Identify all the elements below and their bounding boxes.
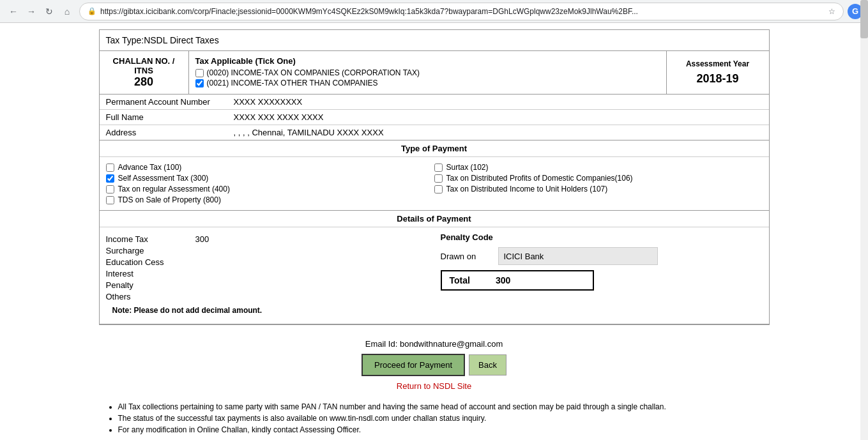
- assessment-year-label: Assessment Year: [672, 59, 764, 68]
- tax-option-2-checkbox[interactable]: [195, 79, 204, 87]
- payment-types-right: Surtax (102) Tax on Distributed Profits …: [434, 161, 763, 206]
- penalty-item: Penalty: [106, 280, 428, 290]
- details-of-payment-title: Details of Payment: [100, 211, 769, 227]
- payment-item-tds: TDS on Sale of Property (800): [106, 195, 434, 204]
- interest-item: Interest: [106, 269, 428, 278]
- email-row: Email Id: bondwithnature@gmail.com: [365, 339, 503, 349]
- page-content: Tax Type:NSDL Direct Taxes CHALLAN NO. /…: [0, 29, 868, 440]
- details-of-payment-section: Details of Payment Income Tax 300 Surcha…: [100, 211, 769, 324]
- payment-item-advance: Advance Tax (100): [106, 163, 434, 172]
- scrollbar[interactable]: [860, 0, 868, 440]
- drawn-on-row: Drawn on: [441, 247, 763, 265]
- tds-checkbox[interactable]: [106, 196, 114, 204]
- assessment-year-value: 2018-19: [672, 72, 764, 86]
- lock-icon: 🔒: [88, 7, 96, 15]
- surcharge-item: Surcharge: [106, 246, 428, 255]
- assessment-year-box: Assessment Year 2018-19: [667, 51, 769, 94]
- reload-button[interactable]: ↻: [41, 3, 57, 20]
- payment-details-body: Income Tax 300 Surcharge Education Cess …: [100, 227, 769, 324]
- form-footer: Email Id: bondwithnature@gmail.com Proce…: [13, 331, 855, 396]
- payment-item-self: Self Assessment Tax (300): [106, 174, 434, 183]
- others-item: Others: [106, 292, 428, 301]
- proceed-for-payment-button[interactable]: Proceed for Payment: [362, 354, 465, 376]
- type-of-payment-title: Type of Payment: [100, 140, 769, 157]
- tax-type-header: Tax Type:NSDL Direct Taxes: [100, 30, 769, 51]
- scrollbar-thumb[interactable]: [860, 0, 868, 38]
- tax-applicable-box: Tax Applicable (Tick One) (0020) INCOME-…: [189, 51, 667, 94]
- tax-option-1-row: (0020) INCOME-TAX ON COMPANIES (CORPORAT…: [195, 68, 660, 77]
- type-of-payment-section: Type of Payment Advance Tax (100) Self A…: [100, 140, 769, 211]
- address-bar[interactable]: 🔒 https://gibtax.icicibank.com/corp/Fina…: [79, 3, 844, 20]
- return-to-nsdl-link[interactable]: Return to NSDL Site: [397, 381, 471, 391]
- back-button[interactable]: Back: [469, 354, 506, 376]
- browser-chrome: ← → ↻ ⌂ 🔒 https://gibtax.icicibank.com/c…: [0, 0, 868, 23]
- payment-details-left: Income Tax 300 Surcharge Education Cess …: [106, 232, 428, 319]
- education-cess-item: Education Cess: [106, 257, 428, 267]
- info-bullets: All Tax collections pertaining to same p…: [99, 402, 770, 434]
- pan-row: Permanent Account Number XXXX XXXXXXXX: [100, 95, 769, 110]
- payment-item-distributed-profits: Tax on Distributed Profits of Domestic C…: [434, 174, 763, 183]
- total-box: Total 300: [441, 270, 594, 291]
- income-tax-row: Income Tax 300: [106, 234, 428, 244]
- penalty-code-row: Penalty Code: [441, 232, 763, 242]
- payment-item-distributed-income: Tax on Distributed Income to Unit Holder…: [434, 185, 763, 193]
- button-row: Proceed for Payment Back: [362, 354, 506, 376]
- back-nav-button[interactable]: ←: [5, 3, 22, 20]
- bullet-2: The status of the successful tax payment…: [118, 414, 763, 423]
- challan-header: CHALLAN NO. / ITNS 280 Tax Applicable (T…: [100, 51, 769, 95]
- tax-applicable-title: Tax Applicable (Tick One): [195, 56, 660, 66]
- payment-item-surtax: Surtax (102): [434, 163, 763, 172]
- forward-nav-button[interactable]: →: [23, 3, 40, 20]
- note-row: Note: Please do not add decimal amount.: [106, 303, 428, 319]
- regular-assessment-checkbox[interactable]: [106, 185, 114, 193]
- bookmark-icon: ☆: [828, 7, 835, 16]
- address-row: Address , , , , Chennai, TAMILNADU XXXX …: [100, 125, 769, 140]
- distributed-profits-checkbox[interactable]: [434, 174, 443, 183]
- payment-types-left: Advance Tax (100) Self Assessment Tax (3…: [106, 161, 434, 206]
- advance-tax-checkbox[interactable]: [106, 163, 114, 172]
- nav-buttons: ← → ↻ ⌂: [5, 3, 75, 20]
- tax-form: Tax Type:NSDL Direct Taxes CHALLAN NO. /…: [99, 29, 770, 325]
- bullet-3: For any modification in Online Challan, …: [118, 425, 763, 434]
- full-name-row: Full Name XXXX XXX XXXX XXXX: [100, 110, 769, 125]
- pan-section: Permanent Account Number XXXX XXXXXXXX F…: [100, 95, 769, 140]
- payment-details-right: Penalty Code Drawn on Total 300: [441, 232, 763, 319]
- tax-option-2-row: (0021) INCOME-TAX OTHER THAN COMPANIES: [195, 79, 660, 87]
- challan-no-box: CHALLAN NO. / ITNS 280: [100, 51, 189, 94]
- tax-option-1-checkbox[interactable]: [195, 69, 204, 77]
- distributed-income-checkbox[interactable]: [434, 185, 443, 193]
- drawn-on-input[interactable]: [498, 247, 658, 265]
- home-button[interactable]: ⌂: [59, 3, 75, 20]
- bullet-1: All Tax collections pertaining to same p…: [118, 402, 763, 411]
- url-text: https://gibtax.icicibank.com/corp/Finacl…: [100, 7, 825, 16]
- surtax-checkbox[interactable]: [434, 163, 443, 172]
- payment-item-regular: Tax on regular Assessment (400): [106, 185, 434, 193]
- self-assessment-checkbox[interactable]: [106, 174, 114, 183]
- payment-types: Advance Tax (100) Self Assessment Tax (3…: [100, 157, 769, 210]
